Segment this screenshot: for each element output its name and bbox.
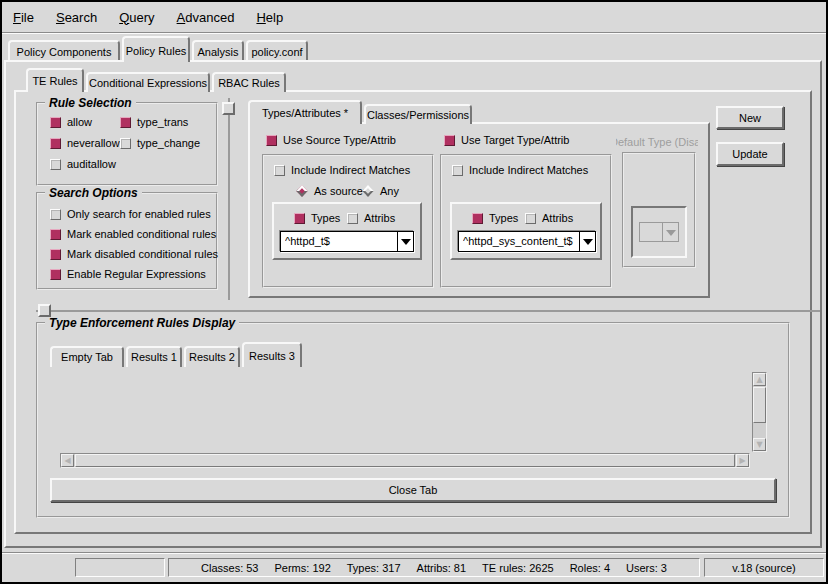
- checkbox-target-attribs[interactable]: Attribs: [525, 212, 573, 224]
- tab-types-attributes[interactable]: Types/Attributes *: [248, 100, 362, 124]
- scroll-down-icon[interactable]: ▼: [753, 438, 766, 451]
- rule-selection-frame: Rule Selection allow type_trans neverall…: [36, 102, 218, 186]
- checkbox-allow[interactable]: allow: [50, 116, 92, 128]
- stat-users: Users: 3: [626, 562, 667, 574]
- radio-as-source-indicator: [296, 185, 307, 196]
- checkbox-use-target-indicator: [444, 135, 455, 146]
- checkbox-source-indirect-indicator: [274, 165, 285, 176]
- te-rules-display-title: Type Enforcement Rules Display: [45, 316, 239, 330]
- source-types-attribs-box: Types Attribs ^httpd_t$: [272, 202, 422, 260]
- checkbox-type-change-indicator: [120, 138, 131, 149]
- tab-policy-rules[interactable]: Policy Rules: [122, 36, 190, 62]
- menubar-separator: [2, 32, 826, 34]
- checkbox-source-attribs[interactable]: Attribs: [347, 212, 395, 224]
- stat-types: Types: 317: [347, 562, 401, 574]
- checkbox-use-source[interactable]: Use Source Type/Attrib: [266, 134, 396, 146]
- scroll-left-icon[interactable]: ◀: [61, 454, 74, 467]
- tab-results-1[interactable]: Results 1: [126, 346, 182, 367]
- scroll-up-icon[interactable]: ▲: [753, 373, 766, 386]
- default-type-inner-box: [631, 206, 687, 258]
- checkbox-type-change[interactable]: type_change: [120, 137, 200, 149]
- target-type-combobox-button[interactable]: [579, 232, 595, 251]
- checkbox-target-types-indicator: [472, 213, 483, 224]
- menu-advanced[interactable]: Advanced: [166, 8, 246, 27]
- checkbox-target-attribs-indicator: [525, 213, 536, 224]
- vertical-sash-line: [228, 98, 230, 300]
- statusbar-version: v.18 (source): [704, 558, 824, 577]
- vertical-sash-handle[interactable]: [222, 102, 235, 115]
- target-frame: Include Indirect Matches Types Attribs ^…: [440, 154, 612, 288]
- close-tab-button[interactable]: Close Tab: [50, 478, 776, 502]
- horizontal-scrollbar[interactable]: ◀ ▶: [60, 453, 750, 468]
- checkbox-target-indirect[interactable]: Include Indirect Matches: [452, 164, 588, 176]
- vertical-scrollbar[interactable]: ▲ ▼: [752, 372, 767, 452]
- checkbox-regex-indicator: [50, 269, 61, 280]
- chevron-down-icon: [666, 230, 676, 236]
- menu-file[interactable]: File: [2, 8, 45, 27]
- tab-te-rules[interactable]: TE Rules: [26, 68, 84, 92]
- default-type-combobox: [639, 222, 679, 242]
- checkbox-auditallow[interactable]: auditallow: [50, 158, 116, 170]
- tab-results-3[interactable]: Results 3: [242, 342, 302, 367]
- checkbox-target-types[interactable]: Types: [472, 212, 518, 224]
- checkbox-regex[interactable]: Enable Regular Expressions: [50, 268, 206, 280]
- checkbox-type-trans[interactable]: type_trans: [120, 116, 188, 128]
- horizontal-sash-handle[interactable]: [38, 304, 51, 317]
- checkbox-mark-enabled[interactable]: Mark enabled conditional rules: [50, 228, 216, 240]
- default-type-combobox-button: [662, 223, 678, 241]
- checkbox-use-source-indicator: [266, 135, 277, 146]
- radio-any[interactable]: Any: [362, 185, 399, 197]
- target-type-combobox-value: ^httpd_sys_content_t$: [463, 232, 577, 251]
- tab-rbac-rules[interactable]: RBAC Rules: [212, 72, 286, 92]
- tab-results-2[interactable]: Results 2: [184, 346, 240, 367]
- apol-window: File Search Query Advanced Help Policy C…: [0, 0, 828, 584]
- search-options-title: Search Options: [45, 186, 142, 200]
- statusbar-empty-box: [75, 558, 165, 577]
- checkbox-mark-disabled[interactable]: Mark disabled conditional rules: [50, 248, 218, 260]
- stat-perms: Perms: 192: [275, 562, 331, 574]
- checkbox-mark-disabled-indicator: [50, 249, 61, 260]
- update-button[interactable]: Update: [716, 142, 784, 166]
- new-button[interactable]: New: [716, 106, 784, 129]
- target-types-attribs-box: Types Attribs ^httpd_sys_content_t$: [450, 202, 602, 260]
- tab-classes-permissions[interactable]: Classes/Permissions: [364, 104, 472, 124]
- default-type-frame: [622, 152, 696, 268]
- checkbox-only-enabled-indicator: [50, 209, 61, 220]
- stat-attribs: Attribs: 81: [417, 562, 467, 574]
- horizontal-scrollbar-thumb[interactable]: [75, 454, 735, 467]
- menu-search[interactable]: Search: [45, 8, 108, 27]
- tab-conditional-expressions[interactable]: Conditional Expressions: [86, 72, 210, 92]
- tab-policy-conf[interactable]: policy.conf: [246, 40, 308, 62]
- search-options-frame: Search Options Only search for enabled r…: [36, 192, 218, 290]
- menu-help[interactable]: Help: [245, 8, 294, 27]
- rule-selection-title: Rule Selection: [45, 96, 136, 110]
- radio-any-indicator: [362, 185, 373, 196]
- source-type-combobox[interactable]: ^httpd_t$: [280, 231, 414, 252]
- checkbox-source-attribs-indicator: [347, 213, 358, 224]
- statusbar-stats: Classes: 53 Perms: 192 Types: 317 Attrib…: [168, 558, 700, 577]
- checkbox-source-types[interactable]: Types: [294, 212, 340, 224]
- source-frame: Include Indirect Matches As source Any T…: [262, 154, 434, 288]
- checkbox-source-indirect[interactable]: Include Indirect Matches: [274, 164, 410, 176]
- checkbox-neverallow-indicator: [50, 138, 61, 149]
- radio-as-source[interactable]: As source: [296, 185, 363, 197]
- checkbox-allow-indicator: [50, 117, 61, 128]
- scroll-right-icon[interactable]: ▶: [736, 454, 749, 467]
- source-type-combobox-value: ^httpd_t$: [285, 232, 395, 251]
- checkbox-only-enabled[interactable]: Only search for enabled rules: [50, 208, 211, 220]
- chevron-down-icon: [401, 239, 411, 245]
- menu-query[interactable]: Query: [108, 8, 165, 27]
- checkbox-neverallow[interactable]: neverallow: [50, 137, 120, 149]
- stat-classes: Classes: 53: [201, 562, 258, 574]
- checkbox-use-target[interactable]: Use Target Type/Attrib: [444, 134, 569, 146]
- menubar: File Search Query Advanced Help: [2, 2, 826, 32]
- checkbox-mark-enabled-indicator: [50, 229, 61, 240]
- target-type-combobox[interactable]: ^httpd_sys_content_t$: [458, 231, 596, 252]
- tab-policy-components[interactable]: Policy Components: [8, 40, 120, 62]
- chevron-down-icon: [583, 239, 593, 245]
- horizontal-sash-line: [36, 310, 820, 312]
- vertical-scrollbar-thumb[interactable]: [753, 387, 766, 423]
- tab-analysis[interactable]: Analysis: [192, 40, 244, 62]
- tab-empty-tab[interactable]: Empty Tab: [50, 346, 124, 367]
- source-type-combobox-button[interactable]: [397, 232, 413, 251]
